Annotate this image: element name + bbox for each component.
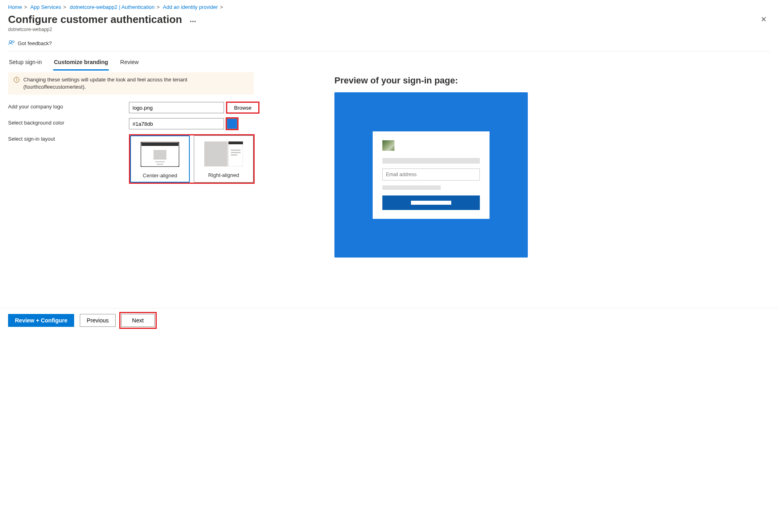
tab-customize-branding[interactable]: Customize branding (53, 55, 109, 71)
info-banner: i Changing these settings will update th… (8, 72, 254, 95)
layout-label: Select sign-in layout (8, 134, 129, 142)
browse-button[interactable]: Browse (226, 102, 259, 113)
breadcrumb-auth[interactable]: dotnetcore-webapp2 | Authentication (70, 4, 155, 10)
tab-setup-signin[interactable]: Setup sign-in (8, 55, 43, 71)
feedback-link[interactable]: Got feedback? (8, 39, 770, 52)
layout-option-center[interactable]: Center-aligned (130, 135, 190, 183)
svg-rect-7 (228, 141, 243, 166)
signin-placeholder-bar (382, 158, 480, 164)
layout-thumb-center-icon (134, 140, 186, 168)
svg-rect-6 (204, 141, 228, 166)
svg-point-0 (9, 41, 12, 43)
footer: Review + Configure Previous Next (0, 308, 778, 332)
close-button[interactable]: ✕ (757, 13, 770, 25)
svg-rect-2 (141, 143, 178, 146)
logo-label: Add your company logo (8, 102, 129, 110)
layout-thumb-right-icon (197, 140, 250, 168)
svg-rect-9 (231, 150, 241, 151)
page-title: Configure customer authentication (8, 13, 182, 26)
breadcrumb-home[interactable]: Home (8, 4, 22, 10)
info-icon: i (14, 77, 19, 83)
more-actions-icon[interactable]: ••• (190, 19, 197, 25)
tab-review[interactable]: Review (119, 55, 139, 71)
preview-box: Email address (334, 92, 528, 258)
signin-email-input: Email address (382, 168, 480, 181)
preview-title: Preview of your sign-in page: (334, 75, 528, 86)
breadcrumb-add-idp[interactable]: Add an identity provider (163, 4, 218, 10)
signin-submit-label-placeholder (411, 201, 451, 205)
signin-submit-button (382, 195, 480, 210)
svg-rect-8 (228, 141, 243, 144)
svg-rect-5 (157, 164, 163, 165)
svg-rect-11 (231, 154, 237, 156)
bgcolor-input[interactable] (129, 118, 224, 129)
review-configure-button[interactable]: Review + Configure (8, 314, 74, 327)
next-button[interactable]: Next (121, 314, 155, 327)
signin-placeholder-bar-short (382, 185, 441, 190)
bgcolor-label: Select background color (8, 118, 129, 126)
feedback-icon (8, 39, 15, 47)
layout-option-right-caption: Right-aligned (197, 172, 250, 178)
layout-option-center-caption: Center-aligned (134, 172, 186, 179)
signin-logo-image (382, 140, 394, 151)
breadcrumb: Home> App Services> dotnetcore-webapp2 |… (8, 4, 770, 10)
bgcolor-swatch[interactable] (227, 118, 237, 129)
svg-rect-4 (155, 161, 165, 162)
signin-card: Email address (373, 131, 490, 219)
svg-rect-3 (154, 150, 166, 160)
info-banner-text: Changing these settings will update the … (23, 76, 248, 91)
layout-option-right[interactable]: Right-aligned (194, 135, 253, 183)
page-subtitle: dotnetcore-webapp2 (8, 27, 196, 32)
breadcrumb-app-services[interactable]: App Services (30, 4, 61, 10)
close-icon: ✕ (761, 15, 767, 23)
logo-filename-input[interactable] (129, 102, 224, 113)
previous-button[interactable]: Previous (80, 314, 115, 327)
feedback-label: Got feedback? (18, 40, 52, 46)
tabs: Setup sign-in Customize branding Review (8, 55, 770, 71)
svg-rect-10 (231, 152, 241, 153)
